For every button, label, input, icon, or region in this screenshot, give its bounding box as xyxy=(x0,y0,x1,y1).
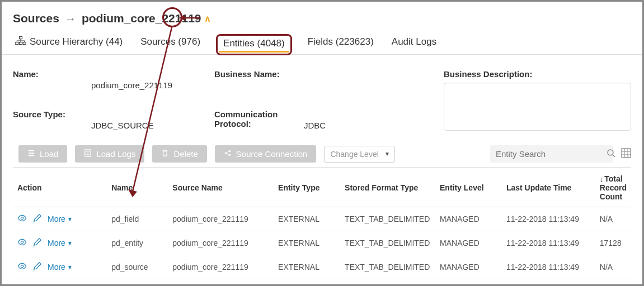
cell-source-name: podium_core_221119 xyxy=(168,207,274,231)
cell-entity-type: EXTERNAL xyxy=(274,231,340,255)
view-icon[interactable] xyxy=(17,261,27,273)
svg-point-11 xyxy=(21,241,23,243)
edit-icon[interactable] xyxy=(32,213,42,225)
edit-icon[interactable] xyxy=(32,261,42,273)
cell-source-name: podium_core_221119 xyxy=(168,231,274,255)
svg-point-8 xyxy=(608,150,613,155)
tab-entities[interactable]: Entities (4048) xyxy=(216,34,292,55)
tab-bar: Source Hierarchy (44) Sources (976) Enti… xyxy=(2,28,642,55)
cell-last-update: 11-22-2018 11:13:49 xyxy=(502,255,595,279)
business-name-value xyxy=(304,69,393,90)
cell-entity-type: EXTERNAL xyxy=(274,207,340,231)
view-icon[interactable] xyxy=(17,213,27,225)
col-total-record[interactable]: ↓Total Record Count xyxy=(595,168,631,207)
cell-stored-format: TEXT_TAB_DELIMITED xyxy=(340,231,435,255)
edit-icon[interactable] xyxy=(32,237,42,249)
source-connection-button[interactable]: Source Connection xyxy=(215,145,317,163)
cell-name: pd_entity xyxy=(107,231,168,255)
col-source-name[interactable]: Source Name xyxy=(168,168,274,207)
cell-entity-level: MANAGED xyxy=(435,255,502,279)
entities-table: Action Name Source Name Entity Type Stor… xyxy=(13,167,631,279)
table-row: More ▼pd_fieldpodium_core_221119EXTERNAL… xyxy=(13,207,631,231)
select-label: Change Level xyxy=(330,150,378,159)
col-stored-format[interactable]: Stored Format Type xyxy=(340,168,435,207)
svg-rect-0 xyxy=(20,36,22,39)
table-header-row: Action Name Source Name Entity Type Stor… xyxy=(13,168,631,207)
cell-total-record: 17128 xyxy=(595,231,631,255)
hierarchy-icon xyxy=(15,36,26,48)
cell-last-update: 11-22-2018 11:13:49 xyxy=(502,231,595,255)
more-menu[interactable]: More ▼ xyxy=(48,214,73,223)
load-button[interactable]: Load xyxy=(18,145,67,163)
tab-label: Source Hierarchy (44) xyxy=(30,36,123,47)
svg-rect-2 xyxy=(20,42,22,44)
col-entity-level[interactable]: Entity Level xyxy=(435,168,502,207)
comm-protocol-label: Communication Protocol: xyxy=(214,109,304,131)
col-name[interactable]: Name xyxy=(107,168,168,207)
cell-entity-level: MANAGED xyxy=(435,231,502,255)
change-level-select[interactable]: Change Level xyxy=(324,146,394,163)
cell-entity-level: MANAGED xyxy=(435,207,502,231)
entity-search-input[interactable] xyxy=(496,149,602,159)
breadcrumb: Sources → podium_core_221119 ∧ xyxy=(2,2,642,28)
more-menu[interactable]: More ▼ xyxy=(48,239,73,247)
cell-total-record: N/A xyxy=(595,255,631,279)
search-icon[interactable] xyxy=(607,149,615,159)
entity-search[interactable] xyxy=(490,145,613,163)
business-description-label: Business Description: xyxy=(444,69,631,79)
business-name-label: Business Name: xyxy=(214,69,304,90)
tab-label: Audit Logs xyxy=(392,36,436,47)
sort-desc-icon: ↓ xyxy=(600,175,604,183)
business-description-field[interactable] xyxy=(444,83,631,131)
button-label: Delete xyxy=(173,149,198,159)
button-label: Source Connection xyxy=(236,149,308,159)
column-settings-icon[interactable] xyxy=(621,148,631,160)
col-entity-type[interactable]: Entity Type xyxy=(274,168,340,207)
cell-entity-type: EXTERNAL xyxy=(274,255,340,279)
document-icon xyxy=(84,149,92,159)
source-type-value: JDBC_SOURCE xyxy=(91,109,214,131)
view-icon[interactable] xyxy=(17,237,27,249)
tab-label: Entities (4048) xyxy=(223,38,285,49)
list-icon xyxy=(27,149,35,159)
table-row: More ▼pd_sourcepodium_core_221119EXTERNA… xyxy=(13,255,631,279)
more-menu[interactable]: More ▼ xyxy=(48,263,73,271)
svg-point-7 xyxy=(229,154,231,156)
comm-protocol-value: JDBC xyxy=(304,109,393,131)
cell-stored-format: TEXT_TAB_DELIMITED xyxy=(340,207,435,231)
svg-point-6 xyxy=(229,150,231,152)
collapse-toggle-icon[interactable]: ∧ xyxy=(204,13,211,24)
share-icon xyxy=(224,149,232,159)
tab-fields[interactable]: Fields (223623) xyxy=(305,35,376,53)
tab-audit-logs[interactable]: Audit Logs xyxy=(389,35,439,53)
caret-down-icon: ▼ xyxy=(67,240,73,246)
name-label: Name: xyxy=(13,69,91,90)
button-label: Load Logs xyxy=(96,149,135,159)
cell-source-name: podium_core_221119 xyxy=(168,255,274,279)
trash-icon xyxy=(161,149,169,159)
caret-down-icon: ▼ xyxy=(67,216,73,222)
cell-name: pd_source xyxy=(107,255,168,279)
breadcrumb-root[interactable]: Sources xyxy=(13,12,59,25)
caret-down-icon: ▼ xyxy=(67,264,73,270)
col-action[interactable]: Action xyxy=(13,168,107,207)
svg-point-10 xyxy=(21,217,23,219)
delete-button[interactable]: Delete xyxy=(152,145,206,163)
tab-sources[interactable]: Sources (976) xyxy=(138,35,203,53)
svg-point-12 xyxy=(21,265,23,267)
svg-rect-1 xyxy=(16,42,18,44)
tab-label: Sources (976) xyxy=(140,36,200,47)
tab-source-hierarchy[interactable]: Source Hierarchy (44) xyxy=(13,35,125,54)
tab-label: Fields (223623) xyxy=(308,36,374,47)
source-type-label: Source Type: xyxy=(13,109,91,131)
cell-stored-format: TEXT_TAB_DELIMITED xyxy=(340,255,435,279)
chevron-right-icon: → xyxy=(65,12,76,25)
cell-last-update: 11-22-2018 11:13:49 xyxy=(502,207,595,231)
cell-name: pd_field xyxy=(107,207,168,231)
col-last-update[interactable]: Last Update Time xyxy=(502,168,595,207)
svg-rect-9 xyxy=(622,149,631,158)
load-logs-button[interactable]: Load Logs xyxy=(75,145,144,163)
table-row: More ▼pd_entitypodium_core_221119EXTERNA… xyxy=(13,231,631,255)
svg-rect-3 xyxy=(23,42,26,44)
source-details: Name: podium_core_221119 Business Name: … xyxy=(2,55,642,141)
